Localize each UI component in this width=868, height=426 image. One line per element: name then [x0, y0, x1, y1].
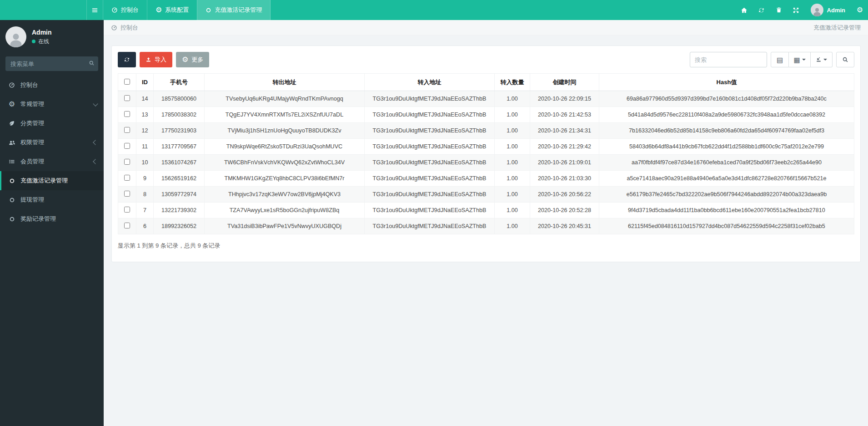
select-all-checkbox[interactable] [124, 79, 130, 85]
cell: 1.00 [495, 139, 530, 155]
cell: 15361074267 [154, 155, 205, 171]
trash-icon[interactable] [772, 0, 786, 20]
cell: TQgEJ7YV4XmnRTXMTs7EL2iXSZnfUU7aDL [205, 107, 365, 123]
table-row: 813059772974THhpjvc3v17zqK3eWV7ow2BV6jpM… [118, 187, 854, 203]
sidebar-item-label: 会员管理 [20, 157, 44, 166]
sidebar-item-2[interactable]: 分类管理 [0, 114, 104, 133]
sidebar-item-6[interactable]: 提现管理 [0, 190, 104, 209]
cell: 5d41a84d5d9576ec228110f408a2a9de59806732… [599, 107, 854, 123]
main-content: 控制台 充值激活记录管理 导入 ⚙ 更多 [104, 0, 868, 262]
online-dot-icon [32, 40, 35, 43]
columns-dropdown-button[interactable]: ▦ [789, 52, 811, 67]
breadcrumb-left-label[interactable]: 控制台 [120, 24, 138, 32]
user-menu[interactable]: Admin [806, 4, 850, 16]
sidebar-item-1[interactable]: ⚙常规管理 [0, 95, 104, 114]
fullscreen-icon[interactable] [789, 0, 803, 20]
settings-gears-icon[interactable]: ⚙ [853, 0, 867, 20]
cell: 2020-10-26 21:42:53 [530, 107, 599, 123]
row-select-cell [118, 171, 136, 187]
cell: 9f4d3719d5cbada4dd11f1ba0bb6bcd611ebe160… [599, 203, 854, 218]
tab-label: 控制台 [121, 6, 139, 14]
cell: TG3r1ou9DuUktgfMETJ9dJNaEEoSAZThbB [365, 187, 495, 203]
column-header: 转入地址 [365, 74, 495, 91]
cell: 7 [136, 203, 154, 218]
toolbar-right: ▤ ▦ [690, 52, 854, 67]
search-toggle-button[interactable] [836, 52, 854, 67]
sidebar-item-3[interactable]: 权限管理 [0, 133, 104, 152]
sidebar-toggle-button[interactable] [86, 0, 103, 20]
list-icon [8, 158, 16, 165]
pagination-summary: 显示第 1 到第 9 条记录，总共 9 条记录 [118, 242, 854, 250]
export-icon [816, 57, 822, 63]
sidebar-item-0[interactable]: 控制台 [0, 76, 104, 95]
table-row: 1217750231903TVjMiu3j1hSH1znUoHgQuuyoTB8… [118, 123, 854, 139]
refresh-button[interactable] [118, 52, 136, 67]
import-button-label: 导入 [155, 56, 166, 64]
tachometer-icon [111, 7, 118, 13]
row-checkbox[interactable] [124, 191, 130, 197]
upload-icon [146, 57, 151, 63]
cell: 1.00 [495, 171, 530, 187]
cell: 1.00 [495, 107, 530, 123]
cell: TN9skpWqe6RtZsko5TDuRzi3UaQsohMUVC [205, 139, 365, 155]
breadcrumb-right-label: 充值激活记录管理 [813, 24, 861, 32]
row-checkbox[interactable] [124, 127, 130, 133]
sidebar-search-input[interactable] [5, 56, 98, 71]
cell: 2020-10-26 21:09:01 [530, 155, 599, 171]
column-header: 创建时间 [530, 74, 599, 91]
row-checkbox[interactable] [124, 111, 130, 117]
brand-area [0, 0, 86, 20]
more-button-label: 更多 [191, 56, 203, 64]
row-checkbox[interactable] [124, 175, 130, 181]
detail-view-button[interactable]: ▤ [771, 52, 789, 67]
cell: 13221739302 [154, 203, 205, 218]
sidebar-item-4[interactable]: 会员管理 [0, 152, 104, 171]
cell: TG3r1ou9DuUktgfMETJ9dJNaEEoSAZThbB [365, 91, 495, 107]
column-header: ID [136, 74, 154, 91]
cell: 2020-10-26 21:34:31 [530, 123, 599, 139]
row-checkbox[interactable] [124, 159, 130, 165]
table-search-input[interactable] [690, 52, 767, 67]
cell: 6 [136, 218, 154, 234]
gear-icon: ⚙ [182, 56, 188, 63]
tachometer-icon [8, 82, 16, 88]
export-dropdown-button[interactable] [811, 52, 833, 67]
more-button[interactable]: ⚙ 更多 [176, 52, 209, 67]
refresh-icon[interactable] [754, 0, 769, 20]
sidebar-item-7[interactable]: 奖励记录管理 [0, 209, 104, 228]
cell: 11 [136, 139, 154, 155]
users-icon [8, 139, 16, 146]
sidebar-user-panel: Admin 在线 [0, 20, 104, 55]
home-icon[interactable] [737, 0, 752, 20]
grid-columns-icon: ▦ [793, 56, 800, 63]
sidebar-item-label: 权限管理 [20, 138, 44, 147]
topnav-tab-1[interactable]: ⚙系统配置 [147, 0, 197, 20]
cell: THhpjvc3v17zqK3eWV7ow2BV6jpMj4QKV3 [205, 187, 365, 203]
topnav-tab-0[interactable]: 控制台 [103, 0, 147, 20]
cell: 69a86a977960d55d9397d399bd7e160b081c1d40… [599, 91, 854, 107]
chevron-left-icon [93, 140, 98, 145]
refresh-icon [124, 56, 130, 63]
sidebar-item-5[interactable]: 充值激活记录管理 [0, 171, 104, 190]
row-select-cell [118, 218, 136, 234]
row-checkbox[interactable] [124, 143, 130, 149]
sidebar-item-label: 分类管理 [20, 119, 44, 127]
row-checkbox[interactable] [124, 207, 130, 213]
search-icon [89, 60, 95, 66]
cell: TG3r1ou9DuUktgfMETJ9dJNaEEoSAZThbB [365, 203, 495, 218]
import-button[interactable]: 导入 [140, 52, 172, 67]
cell: 2020-10-26 21:03:30 [530, 171, 599, 187]
row-select-cell [118, 123, 136, 139]
cell: 1.00 [495, 91, 530, 107]
leaf-icon [8, 120, 16, 127]
sidebar-username: Admin [32, 29, 52, 36]
topnav-tab-2[interactable]: 充值激活记录管理 [197, 0, 271, 20]
row-checkbox[interactable] [124, 95, 130, 101]
cell: TG3r1ou9DuUktgfMETJ9dJNaEEoSAZThbB [365, 139, 495, 155]
topnav-tabs: 控制台⚙系统配置充值激活记录管理 [103, 0, 271, 20]
row-checkbox[interactable] [124, 223, 130, 228]
cell: 18992326052 [154, 218, 205, 234]
cell: 1.00 [495, 187, 530, 203]
cell: 12 [136, 123, 154, 139]
column-header: Hash值 [599, 74, 854, 91]
